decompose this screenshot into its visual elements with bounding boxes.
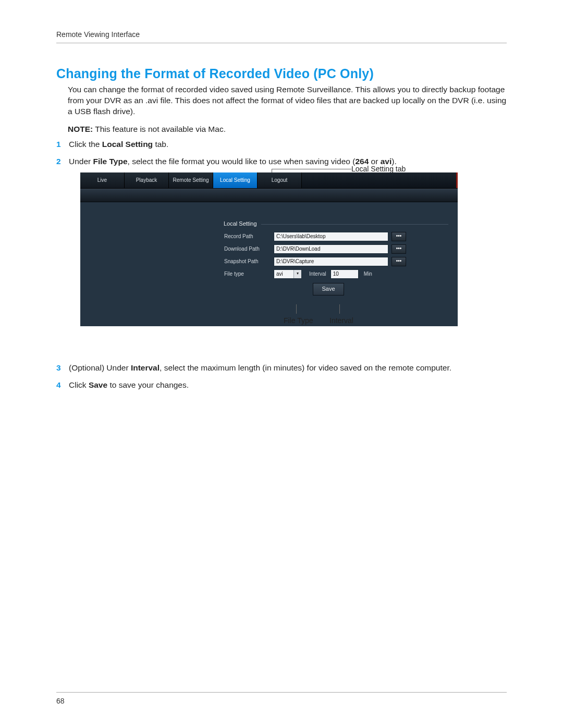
step-2: Under File Type, select the file format … (56, 156, 507, 347)
step-4: Click Save to save your changes. (56, 380, 507, 391)
toolbar-spacer (80, 189, 458, 202)
label-snapshot-path: Snapshot Path (224, 258, 274, 265)
header-breadcrumb: Remote Viewing Interface (56, 30, 507, 43)
input-snapshot-path[interactable]: D:\DVR\Capture (274, 257, 388, 266)
row-file-type: File type avi ▾ Interval 10 Min (224, 269, 449, 279)
input-download-path[interactable]: D:\DVR\DownLoad (274, 244, 388, 254)
label-file-type: File type (224, 270, 274, 278)
callout-leader-filetype (296, 304, 297, 314)
step-1: Click the Local Setting tab. (56, 139, 507, 150)
red-accent (456, 172, 458, 188)
label-min: Min (364, 270, 372, 278)
chevron-down-icon: ▾ (293, 270, 301, 278)
browse-record-path[interactable]: ••• (391, 232, 406, 241)
note-label: NOTE: (68, 125, 93, 133)
step-3: (Optional) Under Interval, select the ma… (56, 363, 507, 374)
select-file-type[interactable]: avi ▾ (274, 269, 302, 279)
local-setting-panel: Local Setting Record Path C:\Users\lab\D… (80, 202, 458, 326)
row-record-path: Record Path C:\Users\lab\Desktop ••• (224, 232, 449, 241)
save-button[interactable]: Save (313, 283, 344, 295)
tab-remote-setting[interactable]: Remote Setting (169, 172, 213, 188)
page-title: Changing the Format of Recorded Video (P… (56, 66, 507, 81)
label-download-path: Download Path (224, 245, 274, 253)
input-interval[interactable]: 10 (331, 269, 359, 279)
page-number: 68 (56, 697, 65, 705)
tab-live[interactable]: Live (80, 172, 125, 188)
footer: 68 (56, 692, 507, 705)
browse-download-path[interactable]: ••• (391, 244, 406, 254)
input-record-path[interactable]: C:\Users\lab\Desktop (274, 232, 388, 241)
callout-file-type: File Type (284, 316, 313, 326)
label-interval: Interval (309, 270, 326, 278)
label-record-path: Record Path (224, 233, 274, 240)
row-snapshot-path: Snapshot Path D:\DVR\Capture ••• (224, 257, 449, 266)
note-text: This feature is not available via Mac. (93, 125, 226, 133)
tab-logout[interactable]: Logout (258, 172, 302, 188)
tab-playback[interactable]: Playback (125, 172, 169, 188)
note-paragraph: NOTE: This feature is not available via … (68, 125, 507, 134)
callout-bottom-group: File Type Interval (80, 329, 458, 347)
intro-paragraph: You can change the format of recorded vi… (68, 84, 507, 117)
panel-title: Local Setting (224, 220, 261, 228)
tab-bar: Live Playback Remote Setting Local Setti… (80, 172, 458, 189)
tab-local-setting[interactable]: Local Setting (213, 172, 258, 188)
callout-interval: Interval (329, 316, 353, 326)
browse-snapshot-path[interactable]: ••• (391, 257, 406, 266)
row-download-path: Download Path D:\DVR\DownLoad ••• (224, 244, 449, 254)
embedded-screenshot: Live Playback Remote Setting Local Setti… (80, 172, 458, 326)
screenshot-figure: Local Setting tab Live Playback Remote S… (80, 172, 458, 347)
callout-leader-interval (339, 304, 340, 314)
